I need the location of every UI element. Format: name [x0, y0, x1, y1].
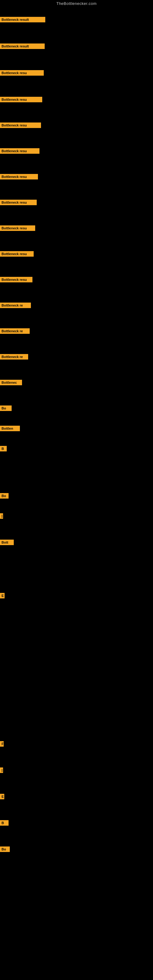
bar-label: Bottlen — [0, 426, 20, 431]
site-title: TheBottlenecker.com — [0, 0, 153, 8]
bar-row: Bo — [0, 406, 12, 411]
bar-row: B — [0, 446, 7, 452]
bar-label: | — [0, 513, 3, 519]
bar-row: Bottleneck resu — [0, 251, 33, 257]
bar-label: B — [0, 446, 7, 452]
bar-label: Bottleneck resu — [0, 200, 37, 205]
bar-label: E — [0, 794, 4, 799]
bar-row: | — [0, 513, 3, 519]
bar-row: Bottleneck resu — [0, 70, 44, 76]
bar-row: Bottleneck resu — [0, 277, 32, 282]
bar-row: Bottleneck resu — [0, 174, 38, 180]
bar-label: B — [0, 820, 9, 826]
bar-label: Bottleneck resu — [0, 97, 42, 102]
bar-row: Bott — [0, 539, 14, 545]
bar-label: E — [0, 593, 5, 598]
bar-row: Bottleneck resu — [0, 97, 42, 102]
bar-label: Bottleneck result — [0, 43, 45, 49]
bar-row: Bottleneck re — [0, 354, 28, 360]
bar-label: Bottleneck resu — [0, 123, 41, 128]
bar-label: Bottleneck re — [0, 302, 31, 308]
bar-row: E — [0, 593, 5, 598]
bar-label: Bottleneck resu — [0, 70, 44, 76]
bar-label: Bo — [0, 846, 10, 852]
bar-row: Bottleneck resu — [0, 148, 40, 154]
bar-row: Bo — [0, 846, 10, 852]
bar-label: Bottlenec — [0, 380, 22, 385]
bar-label: Bottleneck resu — [0, 225, 35, 231]
bar-row: | — [0, 767, 3, 773]
bar-row: Bottlen — [0, 426, 20, 431]
bar-row: Bottleneck result — [0, 43, 45, 49]
bar-label: Bottleneck re — [0, 328, 30, 334]
bar-row: Bottleneck re — [0, 328, 30, 334]
bar-label: F — [0, 741, 4, 747]
bar-label: Bottleneck resu — [0, 174, 38, 180]
bar-label: Bottleneck resu — [0, 277, 32, 282]
bar-label: Bo — [0, 406, 12, 411]
bar-label: | — [0, 767, 3, 773]
bar-row: Bottleneck resu — [0, 225, 35, 231]
bar-label: Bott — [0, 539, 14, 545]
bar-label: Bottleneck re — [0, 354, 28, 360]
bar-row: Bo — [0, 493, 9, 499]
bar-row: Bottleneck resu — [0, 200, 37, 205]
bar-row: Bottlenec — [0, 380, 22, 385]
bar-label: Bottleneck result — [0, 17, 45, 22]
bar-row: Bottleneck re — [0, 302, 31, 308]
bar-row: Bottleneck result — [0, 17, 45, 22]
bar-row: Bottleneck resu — [0, 123, 41, 128]
bar-row: E — [0, 794, 4, 799]
bar-row: F — [0, 741, 4, 747]
bar-row: B — [0, 820, 9, 826]
bar-label: Bottleneck resu — [0, 251, 33, 257]
bar-label: Bo — [0, 493, 9, 499]
bar-label: Bottleneck resu — [0, 148, 40, 154]
